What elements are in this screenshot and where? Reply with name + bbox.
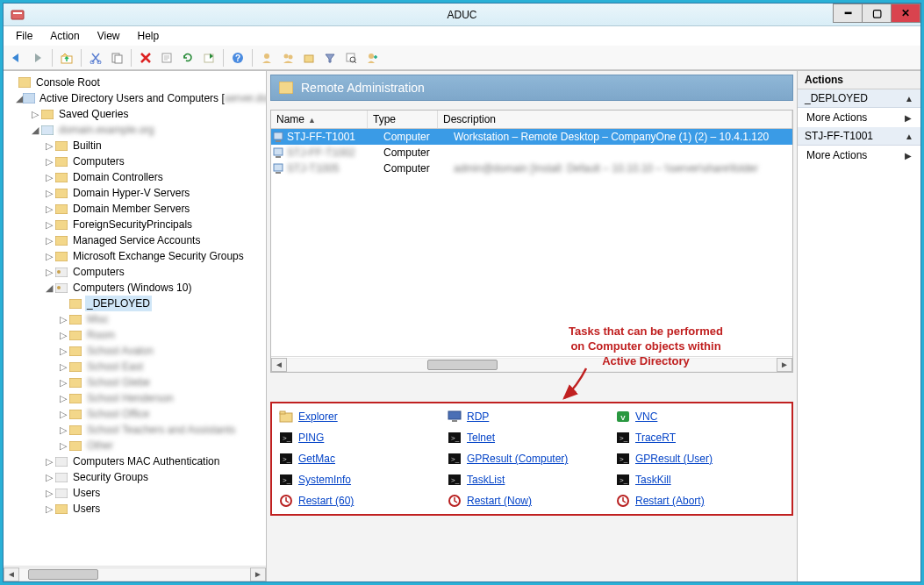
tree-mac-auth[interactable]: ▷Computers MAC Authentication	[7, 453, 264, 469]
forward-icon[interactable]	[28, 48, 47, 68]
task-systeminfo[interactable]: >_SystemInfo	[279, 472, 448, 488]
tree-computers[interactable]: ▷Computers	[7, 153, 264, 169]
maximize-button[interactable]: ▢	[862, 4, 892, 23]
col-name[interactable]: Name	[271, 111, 368, 128]
task-link[interactable]: Explorer	[298, 410, 338, 423]
task-rdp[interactable]: RDP	[448, 409, 616, 424]
task-tasklist[interactable]: >_TaskList	[448, 472, 616, 488]
tree-hscrollbar[interactable]: ◄ ►	[4, 566, 266, 581]
col-description[interactable]: Description	[438, 111, 792, 128]
filter-icon[interactable]	[320, 48, 340, 68]
tree-member-servers[interactable]: ▷Domain Member Servers	[7, 201, 264, 217]
export-icon[interactable]	[199, 48, 218, 68]
task-gpresult-user-[interactable]: >_GPResult (User)	[616, 451, 784, 467]
list-row[interactable]: STJ-T1005Computeradmin@domain [Install: …	[271, 161, 792, 176]
actions-section-deployed[interactable]: _DEPLOYED▲	[798, 89, 920, 108]
help-icon[interactable]: ?	[228, 48, 247, 68]
cut-icon[interactable]	[86, 48, 105, 68]
task-tracert[interactable]: >_TraceRT	[616, 430, 784, 446]
task-vnc[interactable]: VVNC	[616, 409, 784, 424]
task-gpresult-computer-[interactable]: >_GPResult (Computer)	[448, 451, 616, 467]
menu-view[interactable]: View	[90, 28, 127, 44]
back-icon[interactable]	[7, 48, 26, 68]
task-link[interactable]: GetMac	[298, 453, 335, 465]
tree-sub-ou[interactable]: ▷School Teachers and Assistants	[7, 422, 264, 438]
tree-sub-ou[interactable]: ▷School Glebe	[7, 375, 264, 390]
tree-ou-computers-w10[interactable]: ◢Computers (Windows 10)	[7, 280, 264, 296]
user-icon[interactable]	[257, 48, 276, 68]
task-telnet[interactable]: >_Telnet	[448, 430, 616, 446]
scroll-left-icon[interactable]: ◄	[4, 567, 19, 581]
refresh-icon[interactable]	[178, 48, 197, 68]
copy-icon[interactable]	[107, 48, 126, 68]
svg-rect-50	[276, 140, 281, 142]
tree-security-groups[interactable]: ▷Security Groups	[7, 469, 264, 485]
close-button[interactable]: ✕	[891, 4, 920, 23]
tree[interactable]: Console Root ◢ Active Directory Users an…	[4, 71, 266, 566]
tree-sub-ou[interactable]: ▷Other	[7, 438, 264, 453]
task-restart-60-[interactable]: Restart (60)	[279, 493, 448, 509]
tree-domain[interactable]: ◢ domain.example.org	[7, 122, 264, 138]
task-link[interactable]: TaskList	[467, 474, 505, 486]
list-row[interactable]: STJ-FF-T1001ComputerWorkstation – Remote…	[271, 129, 792, 145]
properties-icon[interactable]	[157, 48, 176, 68]
actions-section-computer[interactable]: STJ-FF-T1001▲	[798, 127, 920, 146]
tree-saved-queries[interactable]: ▷ Saved Queries	[7, 106, 264, 122]
tree-aduc[interactable]: ◢ Active Directory Users and Computers […	[7, 90, 264, 106]
scroll-right-icon[interactable]: ►	[777, 358, 792, 372]
tree-ou-computers[interactable]: ▷Computers	[7, 264, 264, 280]
task-link[interactable]: VNC	[635, 410, 657, 423]
task-link[interactable]: Restart (60)	[298, 495, 354, 507]
task-link[interactable]: SystemInfo	[298, 474, 351, 486]
tree-sub-ou[interactable]: ▷School Henderson	[7, 390, 264, 406]
tree-exchange-groups[interactable]: ▷Microsoft Exchange Security Groups	[7, 248, 264, 264]
tree-sub-ou[interactable]: ▷Room	[7, 327, 264, 343]
add-user-icon[interactable]	[362, 48, 382, 68]
tree-users-ou[interactable]: ▷Users	[7, 485, 264, 501]
list-body[interactable]: STJ-FF-T1001ComputerWorkstation – Remote…	[271, 129, 792, 356]
task-link[interactable]: Telnet	[467, 432, 495, 444]
scroll-right-icon[interactable]: ►	[250, 567, 266, 581]
tree-domain-controllers[interactable]: ▷Domain Controllers	[7, 169, 264, 185]
task-explorer[interactable]: Explorer	[279, 409, 448, 424]
task-link[interactable]: Restart (Abort)	[635, 495, 705, 507]
tree-msa[interactable]: ▷Managed Service Accounts	[7, 232, 264, 248]
tree-console-root[interactable]: Console Root	[7, 75, 264, 90]
menu-action[interactable]: Action	[43, 28, 86, 44]
group-icon[interactable]	[278, 48, 297, 68]
tree-sub-ou[interactable]: ▷Misc	[7, 311, 264, 327]
task-link[interactable]: TaskKill	[635, 474, 671, 486]
task-getmac[interactable]: >_GetMac	[279, 451, 448, 467]
task-taskkill[interactable]: >_TaskKill	[616, 472, 784, 488]
find-icon[interactable]	[341, 48, 361, 68]
tree-hyperv[interactable]: ▷Domain Hyper-V Servers	[7, 185, 264, 201]
menu-help[interactable]: Help	[131, 28, 167, 44]
minimize-button[interactable]: ━	[833, 4, 863, 23]
task-restart-now-[interactable]: Restart (Now)	[448, 493, 616, 509]
col-type[interactable]: Type	[368, 111, 438, 128]
tree-sub-ou[interactable]: ▷School East	[7, 359, 264, 375]
task-link[interactable]: PING	[298, 432, 324, 444]
task-link[interactable]: TraceRT	[635, 432, 676, 444]
task-link[interactable]: RDP	[467, 410, 489, 423]
tree-sub-ou[interactable]: ▷School Office	[7, 406, 264, 422]
delete-icon[interactable]	[136, 48, 155, 68]
ou-icon[interactable]	[299, 48, 319, 68]
task-link[interactable]: GPResult (Computer)	[467, 453, 568, 465]
tree-deployed[interactable]: _DEPLOYED	[7, 296, 264, 311]
menu-file[interactable]: File	[9, 28, 39, 44]
tree-builtin[interactable]: ▷Builtin	[7, 138, 264, 153]
tree-fsp[interactable]: ▷ForeignSecurityPrincipals	[7, 217, 264, 232]
task-restart-abort-[interactable]: Restart (Abort)	[616, 493, 784, 509]
up-icon[interactable]	[57, 48, 76, 68]
list-hscrollbar[interactable]: ◄ ►	[271, 356, 792, 372]
list-row[interactable]: STJ-FF-T1002Computer	[271, 145, 792, 161]
actions-more-computer[interactable]: More Actions▶	[798, 146, 920, 165]
task-link[interactable]: GPResult (User)	[635, 453, 713, 465]
scroll-left-icon[interactable]: ◄	[271, 358, 287, 372]
task-ping[interactable]: >_PING	[279, 430, 448, 446]
tree-users[interactable]: ▷Users	[7, 501, 264, 517]
actions-more-deployed[interactable]: More Actions▶	[798, 108, 920, 127]
task-link[interactable]: Restart (Now)	[467, 495, 532, 507]
tree-sub-ou[interactable]: ▷School Avalon	[7, 343, 264, 359]
